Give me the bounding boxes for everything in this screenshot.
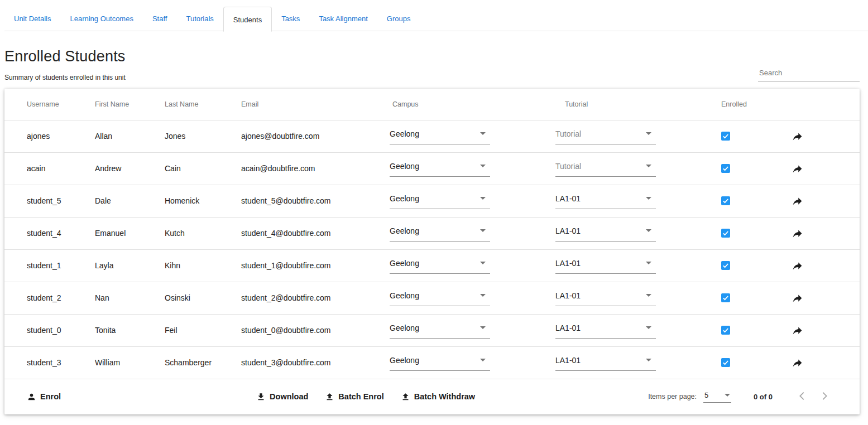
cell-tutorial: LA1-01 (555, 249, 721, 282)
tab-groups[interactable]: Groups (377, 6, 420, 31)
cell-actions (780, 152, 860, 185)
page-header: Enrolled Students Summary of students en… (4, 48, 860, 81)
campus-select-value: Geelong (390, 323, 419, 332)
withdraw-forward-button[interactable] (792, 292, 803, 304)
batch-enrol-button-label: Batch Enrol (338, 392, 383, 401)
forward-arrow-icon (792, 292, 803, 304)
chevron-down-icon (480, 165, 486, 167)
chevron-down-icon (480, 326, 486, 329)
upload-icon (401, 392, 410, 402)
withdraw-forward-button[interactable] (792, 131, 803, 142)
enrol-button[interactable]: Enrol (27, 392, 61, 402)
enrolled-students-card: Username First Name Last Name Email Camp… (4, 89, 860, 414)
column-header-tutorial: Tutorial (555, 89, 721, 120)
previous-page-button[interactable] (796, 390, 808, 404)
enrolled-checkbox[interactable] (721, 164, 730, 173)
enrolled-checkbox[interactable] (721, 326, 730, 335)
cell-last-name: Feil (165, 314, 241, 346)
campus-select[interactable]: Geelong (390, 193, 490, 209)
cell-actions (780, 249, 860, 282)
cell-tutorial: LA1-01 (555, 217, 721, 249)
withdraw-forward-button[interactable] (792, 195, 803, 207)
tutorial-select[interactable]: Tutorial (555, 161, 656, 177)
withdraw-forward-button[interactable] (792, 325, 803, 336)
enrolled-checkbox[interactable] (721, 132, 730, 141)
cell-username: acain (4, 152, 95, 185)
enrolled-checkbox[interactable] (721, 293, 730, 302)
enrolled-checkbox[interactable] (721, 358, 730, 367)
check-icon (722, 197, 730, 205)
campus-select-value: Geelong (390, 259, 419, 268)
withdraw-forward-button[interactable] (792, 228, 803, 239)
batch-enrol-button[interactable]: Batch Enrol (325, 392, 383, 402)
chevron-down-icon (725, 394, 730, 397)
page-heading-block: Enrolled Students Summary of students en… (4, 48, 126, 81)
items-per-page-label: Items per page: (648, 393, 697, 400)
withdraw-forward-button[interactable] (792, 357, 803, 369)
tutorial-select[interactable]: LA1-01 (555, 322, 656, 339)
search-input[interactable] (758, 67, 860, 81)
withdraw-forward-button[interactable] (792, 260, 803, 272)
tutorial-select[interactable]: Tutorial (555, 128, 656, 144)
enrolled-checkbox[interactable] (721, 229, 730, 238)
campus-select[interactable]: Geelong (390, 322, 490, 339)
campus-select[interactable]: Geelong (390, 355, 490, 371)
batch-withdraw-button[interactable]: Batch Withdraw (401, 392, 475, 402)
items-per-page-select[interactable]: 5 (703, 391, 731, 403)
campus-select[interactable]: Geelong (390, 161, 490, 177)
download-button-label: Download (270, 392, 308, 401)
next-page-button[interactable] (818, 390, 831, 404)
campus-select-value: Geelong (390, 194, 419, 203)
cell-tutorial: LA1-01 (555, 185, 721, 217)
cell-enrolled (721, 120, 780, 152)
batch-withdraw-button-label: Batch Withdraw (414, 392, 475, 401)
chevron-down-icon (646, 132, 651, 135)
cell-username: student_4 (4, 217, 95, 249)
cell-last-name: Schamberger (165, 346, 241, 379)
chevron-left-icon (796, 390, 808, 402)
cell-tutorial: LA1-01 (555, 346, 721, 379)
campus-select[interactable]: Geelong (390, 258, 490, 274)
cell-first-name: Tonita (95, 314, 165, 346)
cell-first-name: Allan (95, 120, 165, 152)
cell-email: student_0@doubtfire.com (241, 314, 390, 346)
tutorial-select-value: LA1-01 (555, 226, 581, 235)
cell-email: student_3@doubtfire.com (241, 346, 390, 379)
withdraw-forward-button[interactable] (792, 163, 803, 175)
tab-unit-details[interactable]: Unit Details (4, 6, 60, 31)
column-header-username: Username (4, 89, 95, 120)
tab-staff[interactable]: Staff (143, 6, 177, 31)
campus-select-value: Geelong (390, 226, 419, 235)
forward-arrow-icon (792, 163, 803, 175)
tutorial-select[interactable]: LA1-01 (555, 355, 656, 371)
check-icon (722, 294, 730, 302)
cell-tutorial: LA1-01 (555, 314, 721, 346)
campus-select[interactable]: Geelong (390, 128, 490, 144)
forward-arrow-icon (792, 131, 803, 142)
chevron-down-icon (480, 262, 486, 264)
enrolled-checkbox[interactable] (721, 261, 730, 270)
campus-select-value: Geelong (390, 291, 419, 300)
tab-learning-outcomes[interactable]: Learning Outcomes (60, 6, 142, 31)
cell-campus: Geelong (390, 346, 555, 379)
enrolled-checkbox[interactable] (721, 196, 730, 205)
tutorial-select[interactable]: LA1-01 (555, 225, 656, 242)
tab-task-alignment[interactable]: Task Alignment (309, 6, 377, 31)
download-button[interactable]: Download (256, 392, 308, 402)
tab-tasks[interactable]: Tasks (272, 6, 309, 31)
cell-enrolled (721, 314, 780, 346)
campus-select[interactable]: Geelong (390, 225, 490, 242)
tab-students[interactable]: Students (223, 7, 272, 32)
tutorial-select[interactable]: LA1-01 (555, 258, 656, 274)
check-icon (722, 262, 730, 269)
cell-last-name: Kutch (165, 217, 241, 249)
campus-select[interactable]: Geelong (390, 290, 490, 306)
person-icon (27, 392, 36, 402)
cell-email: ajones@doubtfire.com (241, 120, 390, 152)
chevron-down-icon (646, 294, 651, 297)
tutorial-select[interactable]: LA1-01 (555, 290, 656, 306)
tab-tutorials[interactable]: Tutorials (176, 6, 223, 31)
cell-enrolled (721, 282, 780, 314)
tutorial-select[interactable]: LA1-01 (555, 193, 656, 209)
cell-tutorial: Tutorial (555, 120, 721, 152)
